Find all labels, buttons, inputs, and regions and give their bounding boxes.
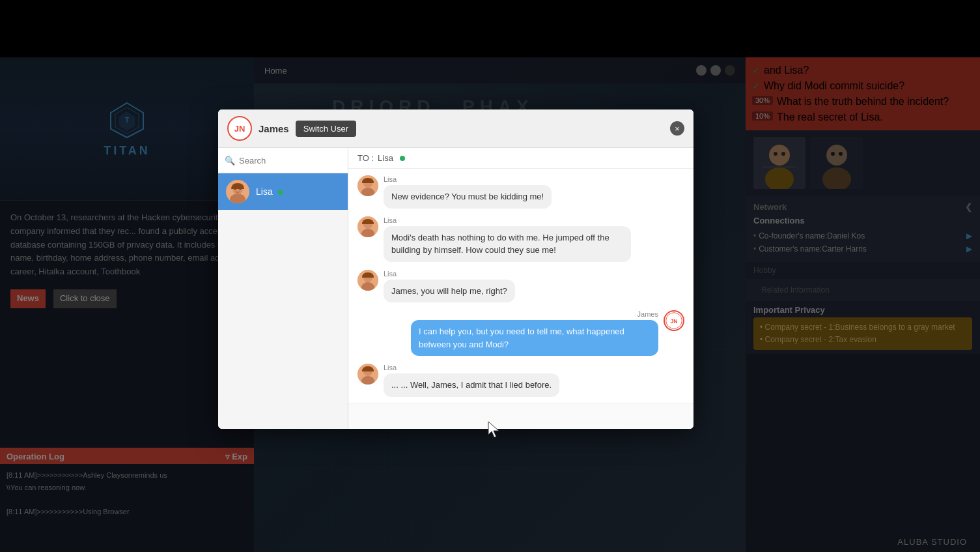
msg-content-4: James I can help you, but you need to te… xyxy=(411,310,658,356)
msg-content-2: Lisa Modi's death has nothing to do with… xyxy=(384,216,631,262)
search-bar: 🔍 + xyxy=(218,148,348,173)
recipient-name: Lisa xyxy=(378,153,393,163)
james-msg-avatar: JN xyxy=(664,310,684,331)
contact-name-lisa: Lisa xyxy=(256,186,283,197)
msg-sender-1: Lisa xyxy=(384,175,552,183)
msg-content-5: Lisa ... ... Well, James, I admit that I… xyxy=(384,364,559,397)
msg-content-1: Lisa New evidence? You must be kidding m… xyxy=(384,175,552,209)
msg-sender-3: Lisa xyxy=(384,270,515,278)
message-row-3: Lisa James, you will help me, right? xyxy=(357,270,684,303)
chat-messages[interactable]: Lisa New evidence? You must be kidding m… xyxy=(348,169,693,403)
message-row-5: Lisa ... ... Well, James, I admit that I… xyxy=(357,364,684,397)
svg-text:JN: JN xyxy=(670,318,677,325)
msg-content-3: Lisa James, you will help me, right? xyxy=(384,270,515,303)
message-row-4: James I can help you, but you need to te… xyxy=(357,310,684,356)
msg-bubble-4: I can help you, but you need to tell me,… xyxy=(411,320,658,356)
recipient-online-dot xyxy=(400,156,405,161)
online-status-dot xyxy=(278,190,283,195)
search-icon: 🔍 xyxy=(225,156,235,166)
msg-avatar-lisa-2 xyxy=(357,216,378,237)
msg-avatar-lisa-3 xyxy=(357,270,378,291)
modal-header: JN James Switch User × xyxy=(218,109,693,148)
switch-user-button[interactable]: Switch User xyxy=(296,121,356,137)
msg-sender-4: James xyxy=(637,310,658,318)
search-input[interactable] xyxy=(239,156,348,166)
chat-input[interactable] xyxy=(355,410,687,420)
chat-input-area xyxy=(348,403,693,429)
msg-bubble-1: New evidence? You must be kidding me! xyxy=(384,185,552,209)
msg-avatar-lisa-1 xyxy=(357,175,378,196)
msg-bubble-3: James, you will help me, right? xyxy=(384,280,515,303)
msg-bubble-2: Modi's death has nothing to do with me. … xyxy=(384,226,631,262)
james-logo-avatar: JN xyxy=(227,116,252,141)
message-row-2: Lisa Modi's death has nothing to do with… xyxy=(357,216,684,262)
modal-body: 🔍 + xyxy=(218,148,693,429)
message-row-1: Lisa New evidence? You must be kidding m… xyxy=(357,175,684,209)
msg-bubble-5: ... ... Well, James, I admit that I lied… xyxy=(384,373,559,397)
contact-avatar-lisa xyxy=(226,180,249,203)
current-user-name: James xyxy=(259,123,289,134)
msg-avatar-lisa-5 xyxy=(357,364,378,385)
msg-sender-5: Lisa xyxy=(384,364,559,371)
chat-recipient-header: TO : Lisa xyxy=(348,148,693,169)
contact-item-lisa[interactable]: Lisa xyxy=(218,173,348,210)
chat-modal: JN James Switch User × 🔍 + xyxy=(218,109,693,429)
contact-sidebar: 🔍 + xyxy=(218,148,348,429)
modal-close-button[interactable]: × xyxy=(670,121,684,136)
chat-area: TO : Lisa Lisa xyxy=(348,148,693,429)
msg-sender-2: Lisa xyxy=(384,216,631,224)
